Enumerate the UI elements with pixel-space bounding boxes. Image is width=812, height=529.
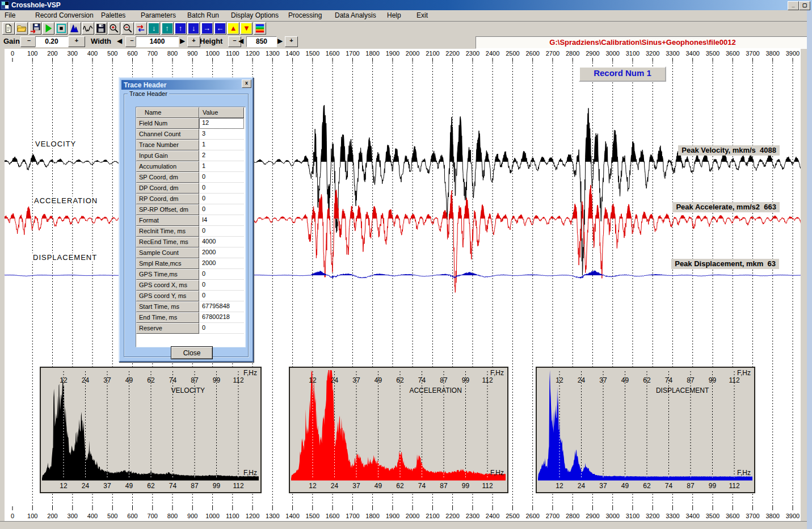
field-name-cell: RecInit Time, ms: [136, 226, 199, 237]
width-right-arrow-icon[interactable]: ▶: [180, 37, 185, 45]
bottom-ruler-label: 2900: [586, 513, 599, 519]
top-ruler-label: 3000: [605, 50, 619, 57]
table-row: Input Gain2: [136, 150, 245, 161]
dialog-close-button[interactable]: Close: [171, 346, 213, 359]
width-plus-button[interactable]: +: [187, 36, 200, 47]
table-row: RP Coord, dm0: [136, 194, 245, 204]
top-ruler-label: 1900: [386, 50, 399, 57]
top-ruler-label: 800: [167, 50, 178, 57]
bottom-ruler-label: 800: [167, 513, 178, 519]
field-value-cell[interactable]: 4000: [199, 237, 244, 247]
field-value-cell[interactable]: 2000: [199, 247, 244, 258]
new-document-button[interactable]: [2, 22, 15, 35]
field-value-cell[interactable]: 0: [199, 183, 244, 194]
freq-axis-label-top: F,Hz: [737, 369, 751, 377]
width-value-field[interactable]: 1400: [136, 36, 179, 47]
field-value-cell[interactable]: I4: [199, 215, 244, 226]
menu-item-help[interactable]: Help: [387, 11, 401, 19]
right-blue-button[interactable]: →: [201, 22, 213, 35]
field-name-cell: Reserve: [136, 323, 199, 334]
waveform-button[interactable]: [82, 22, 94, 35]
gain-value-field[interactable]: 0.20: [35, 36, 68, 47]
field-value-cell[interactable]: 0: [199, 280, 244, 291]
menu-item-record-conversion[interactable]: Record Conversion: [35, 11, 94, 19]
left-blue-button[interactable]: ←: [214, 22, 226, 35]
spectrum-top-tick-label: 37: [352, 376, 360, 384]
height-left-arrow-icon[interactable]: ◀: [238, 37, 243, 45]
top-ruler-label: 3800: [765, 50, 779, 57]
bottom-ruler-label: 2400: [486, 513, 499, 519]
menu-item-data-analysis[interactable]: Data Analysis: [335, 11, 376, 19]
gain-up-button[interactable]: ▲: [227, 22, 239, 35]
menu-item-parameters[interactable]: Parameters: [141, 11, 176, 19]
field-value-cell[interactable]: 0: [199, 291, 244, 301]
field-value-cell[interactable]: 67800218: [199, 312, 244, 323]
field-value-cell[interactable]: 0: [199, 226, 244, 237]
field-value-cell[interactable]: 0: [199, 194, 244, 204]
gain-plus-button[interactable]: +: [68, 36, 85, 47]
bottom-ruler-label: 900: [187, 513, 197, 519]
bottom-ruler-label: 700: [148, 513, 158, 519]
up-blue-icon: ↑: [175, 23, 186, 33]
right-scroll-strip[interactable]: [801, 49, 807, 529]
spectrum-bottom-tick-label: 74: [169, 482, 177, 490]
bottom-ruler-label: 300: [68, 513, 78, 519]
table-row: Start Time, ms67795848: [136, 301, 245, 312]
up-teal-button[interactable]: ↑: [161, 22, 174, 35]
gain-down-button[interactable]: ▼: [240, 22, 253, 35]
field-value-cell[interactable]: 0: [199, 323, 244, 334]
field-value-cell[interactable]: 2: [199, 150, 244, 161]
menu-item-palettes[interactable]: Palettes: [101, 11, 125, 19]
field-value-cell[interactable]: 0: [199, 269, 244, 280]
minimize-button[interactable]: _: [788, 1, 799, 10]
maximize-button[interactable]: ▢: [799, 1, 810, 10]
table-row: Field Num12: [136, 118, 245, 129]
save-as-button[interactable]: [29, 22, 41, 35]
spectrum-top-tick-label: 49: [125, 376, 133, 384]
height-right-arrow-icon[interactable]: ▶: [277, 37, 283, 45]
field-value-cell[interactable]: 3: [199, 129, 244, 140]
open-file-button[interactable]: [15, 22, 28, 35]
toolbar: ↓↑↑↓→←▲▼: [0, 22, 812, 36]
table-row: SP Coord, dm0: [136, 172, 245, 183]
dialog-close-x-icon[interactable]: x: [242, 79, 251, 88]
bottom-ruler-label: 100: [27, 513, 37, 519]
velocity-trace-label: VELOCITY: [34, 140, 77, 148]
field-value-cell[interactable]: 0: [199, 172, 244, 183]
menu-item-display-options[interactable]: Display Options: [231, 11, 279, 19]
spectrum-top-tick-label: 99: [462, 376, 470, 384]
down-blue-button[interactable]: ↓: [187, 22, 200, 35]
field-value-cell[interactable]: 0: [199, 204, 244, 215]
bottom-ruler-label: 0: [11, 513, 14, 519]
down-teal-button[interactable]: ↓: [148, 22, 160, 35]
menu-item-exit[interactable]: Exit: [416, 11, 428, 19]
field-value-cell[interactable]: 1: [199, 161, 244, 172]
top-ruler-label: 900: [187, 50, 197, 57]
field-name-cell: End Time, ms: [136, 312, 199, 323]
field-value-cell[interactable]: 1: [199, 140, 244, 150]
height-label: Height: [200, 37, 222, 45]
height-value-field[interactable]: 850: [246, 36, 277, 47]
palette-button[interactable]: [254, 22, 266, 35]
play-button[interactable]: [42, 22, 54, 35]
width-left-arrow-icon[interactable]: ◀: [117, 37, 122, 45]
menu-item-file[interactable]: File: [5, 11, 15, 19]
menu-item-batch-run[interactable]: Batch Run: [187, 11, 219, 19]
zoom-in-button[interactable]: [108, 22, 120, 35]
height-plus-button[interactable]: +: [285, 36, 298, 47]
up-blue-button[interactable]: ↑: [174, 22, 187, 35]
field-value-cell[interactable]: 2000: [199, 258, 244, 269]
zoom-out-button[interactable]: [121, 22, 134, 35]
dialog-title-bar[interactable]: Trace Header: [121, 80, 251, 90]
spectrum-button[interactable]: [69, 22, 81, 35]
stop-button[interactable]: [55, 22, 68, 35]
menu-item-processing[interactable]: Processing: [288, 11, 322, 19]
field-value-cell[interactable]: 12: [199, 118, 244, 129]
field-value-cell[interactable]: 67795848: [199, 301, 244, 312]
top-ruler-label: 3900: [786, 50, 800, 57]
column-header-value: Value: [199, 107, 244, 118]
swap-traces-button[interactable]: [134, 22, 147, 35]
save-button[interactable]: [95, 22, 107, 35]
acceleration-spectrum-fill: [291, 370, 506, 478]
spectrum-bottom-tick-label: 99: [709, 482, 717, 490]
